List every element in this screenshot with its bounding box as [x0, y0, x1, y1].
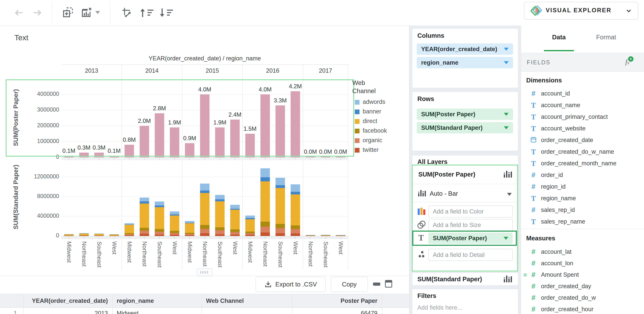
standard-bar-segment-twitter[interactable] — [230, 234, 240, 236]
standard-bar-segment-twitter[interactable] — [185, 235, 194, 236]
poster-bar[interactable] — [200, 94, 210, 157]
field-item-region_id[interactable]: #region_id — [521, 182, 644, 192]
standard-bar-segment-direct[interactable] — [94, 234, 104, 235]
standard-bar-segment-direct[interactable] — [260, 182, 270, 222]
standard-bar-segment-adwords[interactable] — [321, 235, 330, 235]
standard-bar-segment-organic[interactable] — [215, 230, 224, 234]
minimize-icon[interactable] — [373, 282, 380, 286]
standard-bar-segment-banner[interactable] — [155, 206, 164, 207]
standard-bar-segment-facebook[interactable] — [140, 228, 149, 230]
standard-bar-segment-organic[interactable] — [200, 229, 210, 233]
standard-bar-segment-direct[interactable] — [79, 234, 89, 235]
swap-axes-icon[interactable] — [122, 7, 132, 18]
poster-bar[interactable] — [185, 143, 194, 157]
field-item-account_id[interactable]: #account_id — [521, 89, 644, 99]
standard-bar-segment-direct[interactable] — [230, 210, 240, 229]
standard-bar-segment-direct[interactable] — [64, 234, 74, 236]
standard-bar-segment-adwords[interactable] — [260, 168, 270, 177]
standard-bar-segment-adwords[interactable] — [215, 195, 224, 199]
poster-bar[interactable] — [245, 134, 255, 157]
standard-bar-segment-banner[interactable] — [94, 234, 104, 234]
standard-bar-segment-twitter[interactable] — [336, 236, 345, 236]
mark-type-caret-icon[interactable] — [507, 193, 512, 196]
poster-bar[interactable] — [291, 91, 300, 157]
standard-bar-segment-twitter[interactable] — [79, 236, 89, 236]
standard-bar-segment-direct[interactable] — [200, 193, 210, 225]
standard-bar-segment-twitter[interactable] — [124, 235, 134, 236]
standard-bar-segment-banner[interactable] — [64, 234, 74, 234]
standard-bar-segment-organic[interactable] — [170, 233, 179, 235]
standard-bar-segment-facebook[interactable] — [185, 233, 194, 234]
standard-bar-segment-direct[interactable] — [276, 188, 285, 224]
standard-bar-segment-organic[interactable] — [276, 228, 285, 233]
poster-bar[interactable] — [336, 157, 345, 157]
field-item-account_primary_contact[interactable]: Taccount_primary_contact — [521, 112, 644, 122]
standard-bar-segment-twitter[interactable] — [155, 234, 164, 236]
standard-bar-segment-banner[interactable] — [185, 223, 194, 223]
standard-bar-segment-banner[interactable] — [276, 185, 285, 188]
standard-bar-segment-facebook[interactable] — [336, 236, 345, 236]
standard-bar-segment-twitter[interactable] — [215, 234, 224, 236]
standard-bar-segment-facebook[interactable] — [124, 233, 134, 234]
standard-bar-segment-facebook[interactable] — [291, 226, 300, 229]
filters-shelf[interactable]: Filters Add fields here... — [412, 289, 518, 314]
poster-bar[interactable] — [260, 94, 270, 157]
columns-pill[interactable]: region_name — [417, 57, 513, 68]
standard-bar-segment-adwords[interactable] — [291, 184, 300, 192]
tab-format[interactable]: Format — [587, 34, 625, 41]
poster-bar[interactable] — [306, 157, 315, 157]
text-widget[interactable]: Text — [14, 33, 28, 42]
poster-bar[interactable] — [110, 156, 119, 157]
poster-bar[interactable] — [230, 120, 240, 157]
field-item-Amount Spent[interactable]: =#Amount Spent — [521, 270, 644, 280]
standard-bar-segment-twitter[interactable] — [306, 236, 315, 236]
standard-bar-segment-facebook[interactable] — [245, 232, 255, 233]
standard-bar-segment-adwords[interactable] — [200, 184, 210, 190]
standard-bar-segment-organic[interactable] — [124, 234, 134, 235]
add-calculated-field-icon[interactable]: fx+ — [625, 58, 629, 66]
standard-bar-segment-organic[interactable] — [79, 236, 89, 236]
standard-bar-segment-twitter[interactable] — [110, 236, 119, 236]
forward-arrow-icon[interactable] — [32, 8, 43, 18]
poster-layer-title[interactable]: SUM(Poster Paper) — [418, 171, 475, 178]
standard-bar-segment-twitter[interactable] — [140, 234, 149, 236]
tab-data[interactable]: Data — [543, 34, 575, 41]
pill-caret-icon[interactable] — [504, 48, 508, 51]
pill-caret-icon[interactable] — [504, 126, 508, 129]
standard-bar-segment-adwords[interactable] — [170, 212, 179, 214]
standard-bar-segment-adwords[interactable] — [306, 235, 315, 235]
standard-bar-segment-adwords[interactable] — [336, 235, 345, 235]
standard-bar-segment-direct[interactable] — [185, 223, 194, 233]
export-csv-button[interactable]: Export to .CSV — [256, 277, 326, 292]
rows-pill[interactable]: SUM(Poster Paper) — [417, 108, 513, 120]
standard-bar-segment-adwords[interactable] — [140, 198, 149, 201]
standard-bar-segment-adwords[interactable] — [94, 234, 104, 234]
standard-bar-segment-adwords[interactable] — [64, 234, 74, 234]
pill-caret-icon[interactable] — [504, 113, 508, 116]
standard-bar-segment-facebook[interactable] — [306, 236, 315, 236]
standard-bar-segment-banner[interactable] — [124, 224, 134, 225]
standard-bar-segment-adwords[interactable] — [110, 234, 119, 234]
standard-bar-segment-facebook[interactable] — [215, 227, 224, 230]
legend-swatch-twitter[interactable] — [355, 148, 360, 152]
poster-bar[interactable] — [124, 145, 134, 157]
poster-bar[interactable] — [140, 126, 149, 157]
mark-type-select[interactable]: Auto - Bar — [430, 190, 458, 197]
standard-bar-segment-facebook[interactable] — [79, 235, 89, 236]
standard-layer-chart-type-icon[interactable] — [503, 275, 513, 284]
standard-bar-segment-twitter[interactable] — [291, 234, 300, 236]
standard-bar-segment-organic[interactable] — [260, 227, 270, 233]
standard-bar-segment-facebook[interactable] — [110, 236, 119, 236]
standard-bar-segment-twitter[interactable] — [276, 233, 285, 236]
field-item-order_created_do_w_name[interactable]: Torder_created_do_w_name — [521, 147, 644, 157]
standard-bar-segment-banner[interactable] — [200, 190, 210, 193]
legend-swatch-direct[interactable] — [355, 119, 360, 124]
size-field-input[interactable] — [428, 219, 513, 231]
back-arrow-icon[interactable] — [14, 8, 24, 18]
text-field-pill[interactable]: SUM(Poster Paper) — [428, 232, 513, 244]
standard-bar-segment-facebook[interactable] — [260, 222, 270, 226]
standard-bar-segment-adwords[interactable] — [185, 221, 194, 223]
standard-bar-segment-facebook[interactable] — [64, 236, 74, 236]
resize-drag-handle[interactable] — [197, 268, 212, 276]
standard-bar-segment-adwords[interactable] — [230, 205, 240, 209]
